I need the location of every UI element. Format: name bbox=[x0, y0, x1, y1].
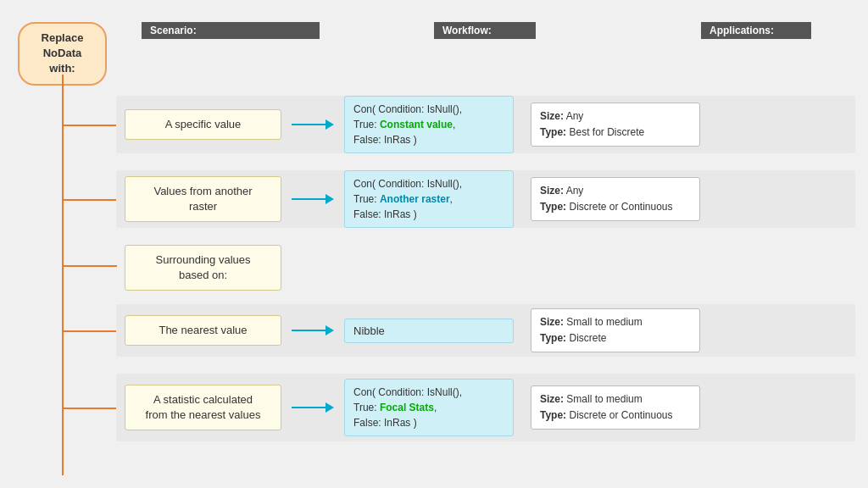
workflow-another-raster: Con( Condition: IsNull(), True: Another … bbox=[344, 170, 514, 228]
arrow-row1 bbox=[292, 119, 334, 130]
row-statistic: A statistic calculatedfrom the nearest v… bbox=[116, 374, 855, 441]
size-label-1: Size: bbox=[540, 110, 564, 122]
workflow-specific-value: Con( Condition: IsNull(), True: Constant… bbox=[344, 96, 514, 153]
type-label-2: Type: bbox=[540, 201, 566, 213]
scenario-another-raster: Values from anotherraster bbox=[125, 176, 281, 222]
connector-row2 bbox=[62, 199, 117, 201]
scenario-surrounding: Surrounding valuesbased on: bbox=[125, 245, 281, 291]
scenario-specific-value: A specific value bbox=[125, 109, 281, 140]
replace-title: Replace NoData with: bbox=[42, 31, 84, 75]
diagram-container: Replace NoData with: Scenario: Workflow:… bbox=[6, 7, 862, 481]
sub-vertical-line bbox=[62, 265, 64, 475]
type-label-1: Type: bbox=[540, 126, 566, 138]
col-workflow-header: Workflow: bbox=[434, 22, 536, 39]
arrow-row2 bbox=[292, 194, 334, 204]
connector-row1 bbox=[62, 125, 117, 126]
column-headers: Scenario: Workflow: Applications: bbox=[142, 22, 854, 39]
row-surrounding: Surrounding valuesbased on: bbox=[116, 245, 855, 291]
workflow-another-raster-highlight: Another raster bbox=[380, 193, 450, 205]
size-label-4: Size: bbox=[540, 316, 564, 328]
row-nearest-value: The nearest value Nibble Size: Small to … bbox=[116, 304, 855, 357]
workflow-constant-value: Constant value bbox=[380, 119, 453, 130]
workflow-statistic: Con( Condition: IsNull(), True: Focal St… bbox=[344, 379, 514, 436]
applications-statistic: Size: Small to medium Type: Discrete or … bbox=[531, 385, 700, 430]
connector-surrounding bbox=[62, 265, 117, 267]
connector-row4 bbox=[62, 330, 117, 332]
type-label-4: Type: bbox=[540, 332, 566, 344]
row-another-raster: Values from anotherraster Con( Condition… bbox=[116, 170, 855, 228]
type-label-5: Type: bbox=[540, 409, 566, 421]
applications-specific-value: Size: Any Type: Best for Discrete bbox=[531, 103, 700, 147]
workflow-nibble: Nibble bbox=[344, 319, 514, 343]
arrow-row5 bbox=[292, 402, 334, 413]
applications-nearest-value: Size: Small to medium Type: Discrete bbox=[531, 308, 700, 352]
arrow-row4 bbox=[292, 325, 334, 336]
connector-row5 bbox=[62, 408, 117, 409]
size-label-2: Size: bbox=[540, 185, 564, 197]
col-applications-header: Applications: bbox=[701, 22, 811, 39]
scenario-statistic: A statistic calculatedfrom the nearest v… bbox=[125, 385, 281, 430]
row-specific-value: A specific value Con( Condition: IsNull(… bbox=[116, 96, 855, 153]
workflow-focal-stats: Focal Stats bbox=[380, 402, 434, 413]
applications-another-raster: Size: Any Type: Discrete or Continuous bbox=[531, 177, 700, 221]
scenario-nearest-value: The nearest value bbox=[125, 315, 281, 346]
col-scenario-header: Scenario: bbox=[142, 22, 320, 39]
size-label-5: Size: bbox=[540, 393, 564, 405]
